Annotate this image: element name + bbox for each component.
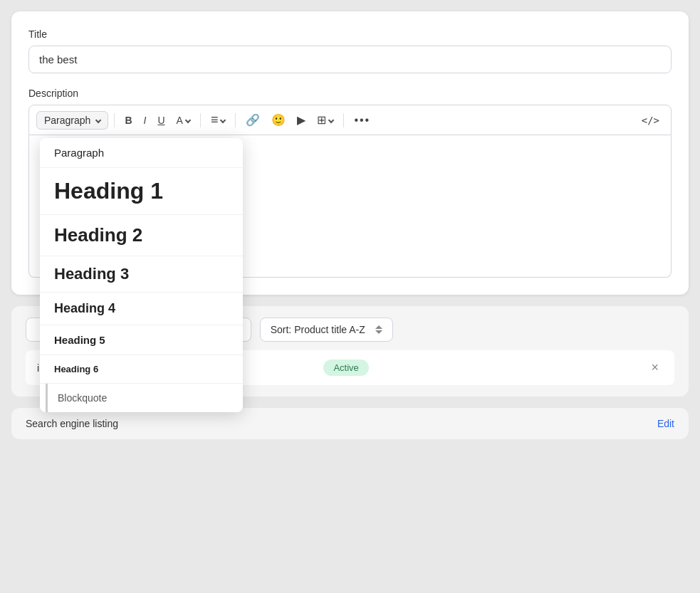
sort-dropdown[interactable]: Sort: Product title A-Z [260, 318, 393, 342]
seo-edit-button[interactable]: Edit [657, 418, 674, 429]
more-button[interactable]: ••• [350, 111, 375, 130]
align-button[interactable]: ≡ [207, 110, 230, 130]
toolbar-divider-1 [114, 113, 115, 127]
toolbar-divider-2 [200, 113, 201, 127]
link-button[interactable]: 🔗 [241, 110, 264, 130]
underline-button[interactable]: U [153, 112, 169, 129]
description-label: Description [28, 88, 672, 99]
chevron-down-icon [185, 117, 191, 122]
sort-label: Sort: Product title A-Z [271, 324, 365, 335]
stepper-up-icon [375, 325, 382, 329]
video-button[interactable]: ▶ [293, 110, 310, 130]
seo-section: Search engine listing Edit [11, 408, 689, 439]
format-option-h1[interactable]: Heading 1 [40, 168, 243, 215]
text-color-button[interactable]: A [172, 112, 194, 129]
paragraph-format-dropdown[interactable]: Paragraph [36, 111, 108, 130]
chevron-down-icon [328, 117, 334, 122]
format-option-h3[interactable]: Heading 3 [40, 256, 243, 293]
chevron-down-icon [220, 117, 226, 122]
title-label: Title [28, 28, 672, 40]
sort-stepper [375, 325, 382, 334]
format-option-blockquote[interactable]: Blockquote [46, 384, 243, 412]
format-option-h5[interactable]: Heading 5 [40, 325, 243, 355]
stepper-down-icon [375, 330, 382, 334]
format-option-h2[interactable]: Heading 2 [40, 215, 243, 256]
play-icon: ▶ [297, 113, 305, 127]
chevron-down-icon [95, 117, 101, 122]
format-dropdown-menu: Paragraph Heading 1 Heading 2 Heading 3 … [40, 138, 243, 412]
table-button[interactable]: ⊞ [313, 110, 338, 130]
active-badge: Active [323, 360, 368, 376]
link-icon: 🔗 [246, 113, 260, 127]
bold-button[interactable]: B [120, 112, 136, 129]
format-option-h4[interactable]: Heading 4 [40, 293, 243, 325]
editor-toolbar: Paragraph B I U A ≡ 🔗 🙂 ▶ [28, 105, 672, 135]
seo-label: Search engine listing [26, 418, 118, 429]
title-input[interactable] [28, 46, 672, 73]
toolbar-divider-3 [235, 113, 236, 127]
paragraph-dropdown-label: Paragraph [44, 115, 90, 126]
align-icon: ≡ [211, 112, 219, 127]
italic-button[interactable]: I [140, 112, 151, 129]
more-icon: ••• [354, 114, 370, 127]
code-icon: </> [642, 115, 659, 126]
main-form-card: Title Description Paragraph B I U A ≡ [11, 11, 689, 295]
image-icon: 🙂 [271, 113, 286, 127]
format-option-h6[interactable]: Heading 6 [40, 355, 243, 384]
image-button[interactable]: 🙂 [267, 110, 290, 130]
table-icon: ⊞ [317, 113, 326, 127]
toolbar-divider-4 [343, 113, 344, 127]
remove-product-button[interactable]: × [647, 359, 663, 377]
format-option-paragraph[interactable]: Paragraph [40, 138, 243, 168]
code-button[interactable]: </> [637, 112, 664, 129]
